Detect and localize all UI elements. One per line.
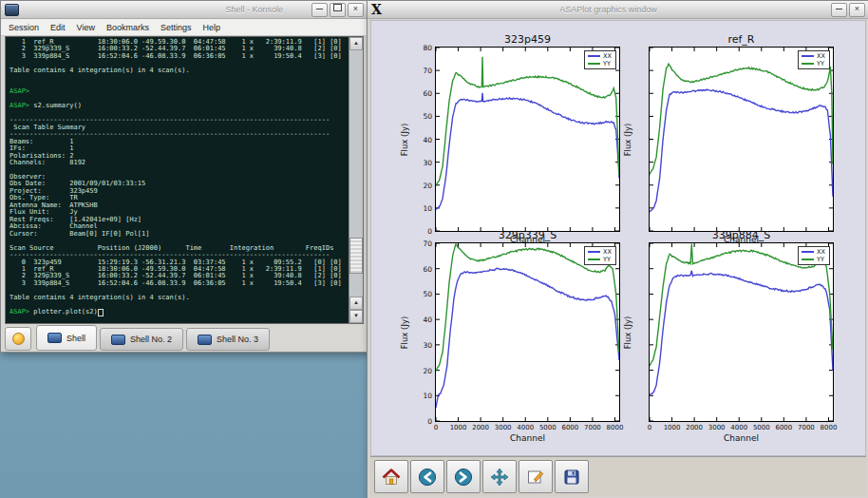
figure-canvas[interactable]: 01020304050607080323p459Flux (Jy)Channel…: [370, 20, 866, 456]
series-yy: [650, 64, 833, 174]
series-xx: [650, 89, 833, 212]
series-xx: [436, 93, 619, 210]
scroll-down-icon[interactable]: ▼: [349, 310, 363, 323]
menu-help[interactable]: Help: [197, 21, 226, 34]
save-icon: [562, 468, 581, 487]
subplots-button[interactable]: [519, 460, 553, 493]
plot-axes-canvas[interactable]: [436, 243, 619, 421]
tab-shell-no-3[interactable]: Shell No. 3: [186, 328, 270, 351]
konsole-title: Shell - Konsole: [23, 5, 310, 14]
y-tick-label: 30: [411, 159, 432, 167]
series-xx: [436, 268, 619, 408]
menu-settings[interactable]: Settings: [155, 21, 198, 34]
home-button[interactable]: [374, 460, 408, 493]
terminal-output[interactable]: 1 ref_R 18:30:06.0 -49.59.30.0 04:47:58 …: [6, 37, 349, 323]
close-button[interactable]: ×: [849, 3, 865, 17]
pan-icon: [490, 468, 509, 487]
terminal-frame: 1 ref_R 18:30:06.0 -49.59.30.0 04:47:58 …: [5, 36, 364, 324]
home-icon: [382, 468, 401, 487]
legend-entry-yy: YY: [802, 60, 825, 67]
scrollbar-track[interactable]: [349, 50, 363, 297]
y-tick-label: 10: [411, 204, 432, 213]
legend-entry-xx: XX: [802, 52, 825, 60]
menu-edit[interactable]: Edit: [45, 21, 71, 34]
y-tick-label: 20: [411, 182, 432, 190]
forward-icon: [454, 468, 473, 487]
terminal-line: Cursor: Beam[0] IF[0] Pol[1]: [9, 231, 349, 238]
terminal-tab-icon: [111, 335, 125, 345]
plot-title: 329p339_S: [426, 229, 629, 241]
y-tick-label: 50: [411, 290, 432, 298]
legend: XXYY: [584, 246, 616, 265]
terminal-scrollbar[interactable]: ▲ ▲ ▼: [349, 37, 363, 323]
minimize-button[interactable]: [831, 3, 847, 17]
series-yy: [436, 57, 619, 186]
scroll-up-icon[interactable]: ▲: [349, 297, 363, 310]
legend-entry-yy: YY: [588, 60, 612, 67]
scroll-up-icon[interactable]: ▲: [349, 37, 363, 50]
text-cursor: [98, 309, 104, 316]
legend-entry-xx: XX: [802, 248, 825, 256]
terminal-line: [9, 166, 349, 173]
close-button[interactable]: ×: [348, 3, 364, 17]
forward-button[interactable]: [446, 460, 481, 493]
y-tick-label: 70: [411, 67, 432, 75]
tick-marks: [436, 243, 619, 421]
konsole-titlebar[interactable]: Shell - Konsole ×: [1, 1, 368, 19]
x-tick-label: 0: [637, 424, 662, 431]
terminal-line: ASAP> s2.summary(): [9, 103, 349, 109]
scrollbar-thumb[interactable]: [349, 238, 363, 274]
minimize-button[interactable]: [311, 3, 328, 17]
y-tick-label: 40: [411, 316, 432, 324]
terminal-line: Table contains 4 integration(s) in 4 sca…: [9, 295, 349, 301]
y-tick-label: 60: [411, 265, 432, 274]
menu-bookmarks[interactable]: Bookmarks: [101, 21, 155, 34]
back-button[interactable]: [410, 460, 444, 493]
x-tick-label: 2000: [468, 424, 493, 431]
x-tick-label: 7000: [580, 424, 605, 431]
plot-ref-r: ref_RFlux (Jy)ChannelXXYY: [649, 47, 834, 232]
x-tick-label: 7000: [794, 424, 819, 431]
terminal-line: 3 339p884_S 16:52:04.6 -46.08.33.9 06:36…: [9, 53, 349, 60]
x-tick-label: 2000: [682, 424, 707, 431]
tick-marks: [436, 48, 619, 231]
y-tick-label: 20: [411, 367, 432, 375]
y-axis-label: Flux (Jy): [622, 48, 633, 231]
asaplot-titlebar[interactable]: X ASAPlot graphics window ×: [368, 1, 868, 19]
terminal-line: 3 339p884_S 16:52:04.6 -46.08.33.9 06:36…: [9, 280, 349, 287]
terminal-line: Table contains 4 integration(s) in 4 sca…: [9, 67, 349, 74]
legend-entry-xx: XX: [588, 248, 612, 256]
save-button[interactable]: [555, 460, 589, 493]
plot-axes-canvas[interactable]: [436, 48, 619, 231]
tabs: ShellShell No. 2Shell No. 3: [36, 325, 273, 351]
back-icon: [418, 468, 437, 487]
tab-shell-no-2[interactable]: Shell No. 2: [100, 328, 183, 351]
plot-axes-canvas[interactable]: [650, 48, 833, 231]
x-axis-label: Channel: [436, 433, 619, 443]
konsole-window-icon: [5, 4, 19, 16]
x-tick-label: 8000: [602, 424, 627, 431]
plot-title: 323p459: [426, 33, 629, 46]
pan-button[interactable]: [482, 460, 517, 493]
plot-323p459: 01020304050607080323p459Flux (Jy)Channel…: [435, 47, 620, 232]
maximize-button[interactable]: [330, 3, 346, 17]
plot-axes-canvas[interactable]: [650, 243, 833, 421]
terminal-line: [9, 74, 349, 81]
terminal-tab-icon: [47, 333, 62, 343]
plot-toolbar: [370, 456, 866, 496]
terminal-line: [9, 82, 349, 88]
y-tick-label: 60: [411, 89, 432, 98]
terminal-line: Channels: 8192: [9, 160, 349, 166]
new-session-button[interactable]: [5, 327, 31, 351]
y-tick-label: 10: [411, 392, 432, 400]
x-tick-label: 8000: [816, 424, 840, 431]
tick-marks: [650, 243, 833, 421]
menu-view[interactable]: View: [71, 21, 101, 34]
x-tick-label: 1000: [660, 424, 685, 431]
tab-shell[interactable]: Shell: [36, 325, 97, 351]
menu-session[interactable]: Session: [3, 21, 45, 34]
y-tick-label: 40: [411, 136, 432, 144]
legend: XXYY: [798, 246, 830, 265]
x-tick-label: 4000: [726, 424, 751, 431]
asaplot-window: X ASAPlot graphics window × 010203040506…: [367, 0, 868, 498]
